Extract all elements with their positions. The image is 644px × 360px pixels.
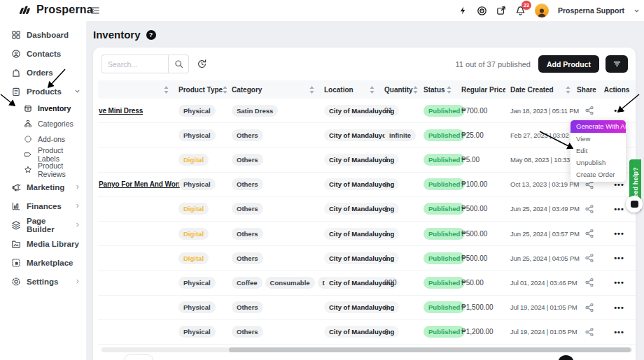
search-input[interactable] [102, 55, 168, 73]
location-cell: City of Mandaluyong [319, 178, 379, 190]
share-icon[interactable] [575, 253, 598, 263]
sort-icon[interactable] [413, 86, 418, 94]
chevron-down-icon[interactable] [634, 4, 640, 17]
location-cell: City of Mandaluyong [319, 203, 379, 215]
quantity-cell: Infinite [379, 129, 419, 141]
status-cell: Published [419, 105, 456, 117]
page-title: Inventory [93, 29, 141, 41]
product-type-cell: Digital [174, 203, 227, 215]
sidebar-item-page-builder[interactable]: Page Builder [0, 215, 86, 234]
product-type-cell: Physical [174, 105, 227, 117]
category-badge: Others [232, 203, 263, 215]
sidebar-item-label: Product Labels [38, 146, 80, 163]
menu-item-edit[interactable]: Edit [570, 145, 626, 157]
location-cell: City of Mandaluyong [319, 228, 379, 240]
search-icon[interactable] [168, 55, 189, 73]
contacts-icon [11, 49, 21, 59]
product-type-cell: Digital [174, 154, 227, 166]
product-type-cell: Digital [174, 252, 227, 264]
share-icon[interactable] [575, 303, 598, 312]
sidebar-item-product-labels[interactable]: Product Labels [0, 147, 86, 162]
share-icon[interactable] [575, 106, 598, 115]
quantity-cell: 6 [379, 303, 419, 312]
sidebar-item-label: Inventory [38, 104, 71, 113]
scrollbar-thumb[interactable] [229, 347, 631, 352]
avatar[interactable] [535, 3, 549, 17]
sidebar-item-contacts[interactable]: Contacts [0, 44, 86, 63]
column-header-date-created[interactable]: Date Created [505, 80, 575, 99]
collapse-sidebar-icon[interactable] [90, 6, 100, 18]
sidebar-item-finances[interactable]: Finances [0, 196, 86, 215]
table-row: DigitalOthersCity of Mandaluyong1Publish… [98, 197, 636, 222]
menu-item-create-order[interactable]: Create Order [570, 168, 626, 180]
quantity-cell: 800 [379, 278, 419, 287]
status-cell: Published [419, 129, 456, 141]
product-type-badge: Digital [178, 203, 209, 215]
row-actions-button[interactable]: ••• [598, 229, 636, 238]
menu-item-generate-with-ai[interactable]: Generate With AI [570, 120, 626, 133]
column-header-location[interactable]: Location [319, 80, 379, 99]
product-type-badge: Physical [178, 277, 216, 289]
brand-logo[interactable]: Prosperna [19, 3, 93, 16]
share-icon[interactable] [575, 204, 598, 214]
menu-item-unpublish[interactable]: Unpublish [570, 157, 626, 168]
location-cell: City of Mandaluyong [319, 154, 379, 166]
sidebar-item-orders[interactable]: Orders [0, 63, 86, 82]
bell-icon[interactable]: 23 [515, 6, 526, 16]
quantity-cell: 1 [379, 205, 419, 213]
row-actions-button[interactable]: ••• [598, 254, 636, 262]
row-actions-button[interactable]: ••• [598, 303, 636, 312]
history-icon[interactable] [197, 55, 207, 73]
category-cell: Others [227, 178, 319, 190]
inventory-icon [24, 104, 32, 113]
column-header-status[interactable]: Status [419, 80, 456, 99]
sidebar-item-add-ons[interactable]: Add-ons [0, 131, 86, 147]
pagination-control[interactable] [124, 354, 153, 360]
target-icon[interactable] [477, 6, 487, 16]
media-icon [11, 239, 21, 249]
sidebar-item-inventory[interactable]: Inventory [0, 101, 86, 116]
sort-icon[interactable] [566, 86, 570, 94]
product-name-link[interactable]: ve Mini Dress [99, 107, 143, 115]
sort-icon[interactable] [447, 86, 451, 94]
account-name[interactable]: Prosperna Support [558, 6, 624, 15]
row-actions-button[interactable]: ••• [598, 106, 636, 115]
category-badge: Satin Dress [232, 105, 278, 117]
sort-icon[interactable] [309, 86, 314, 94]
row-actions-button[interactable]: ••• [598, 278, 636, 287]
column-header-quantity[interactable]: Quantity [379, 80, 419, 99]
share-icon[interactable] [575, 229, 598, 238]
product-type-cell: Physical [174, 277, 227, 289]
quantity-cell: 1 [379, 254, 419, 262]
help-icon[interactable]: ? [146, 30, 156, 40]
sidebar-item-dashboard[interactable]: Dashboard [0, 25, 86, 44]
sidebar-item-settings[interactable]: Settings [0, 272, 86, 291]
row-actions-button[interactable]: ••• [598, 328, 636, 336]
filter-button[interactable] [606, 55, 628, 73]
sidebar-item-categories[interactable]: Categories [0, 116, 86, 131]
sidebar-item-marketplace[interactable]: Marketplace [0, 253, 86, 272]
column-header-regular-price[interactable]: Regular Price [456, 80, 505, 99]
sidebar-item-media-library[interactable]: Media Library [0, 234, 86, 253]
sidebar-item-label: Add-ons [38, 135, 65, 143]
sidebar-item-label: Contacts [27, 50, 61, 58]
sort-icon[interactable] [370, 86, 374, 94]
column-header-product-type[interactable]: Product Type [174, 80, 227, 99]
column-header-category[interactable]: Category [227, 80, 319, 99]
table-row: ve Mini DressPhysicalSatin DressCity of … [98, 99, 636, 123]
sort-icon[interactable] [164, 86, 169, 94]
sidebar-item-product-reviews[interactable]: Product Reviews [0, 162, 86, 178]
product-type-badge: Digital [178, 252, 209, 264]
add-product-button[interactable]: Add Product [538, 55, 599, 73]
external-link-icon[interactable] [496, 6, 506, 15]
sidebar-item-marketing[interactable]: Marketing [0, 178, 86, 196]
column-header-blank[interactable] [98, 80, 174, 99]
bolt-icon[interactable] [458, 6, 468, 15]
status-cell: Published [419, 277, 456, 289]
chat-widget-button[interactable] [626, 196, 643, 213]
share-icon[interactable] [575, 327, 598, 337]
sidebar-item-products[interactable]: Products [0, 82, 86, 101]
share-icon[interactable] [575, 278, 598, 287]
category-badge: Others [232, 228, 263, 240]
menu-item-view[interactable]: View [570, 133, 626, 145]
